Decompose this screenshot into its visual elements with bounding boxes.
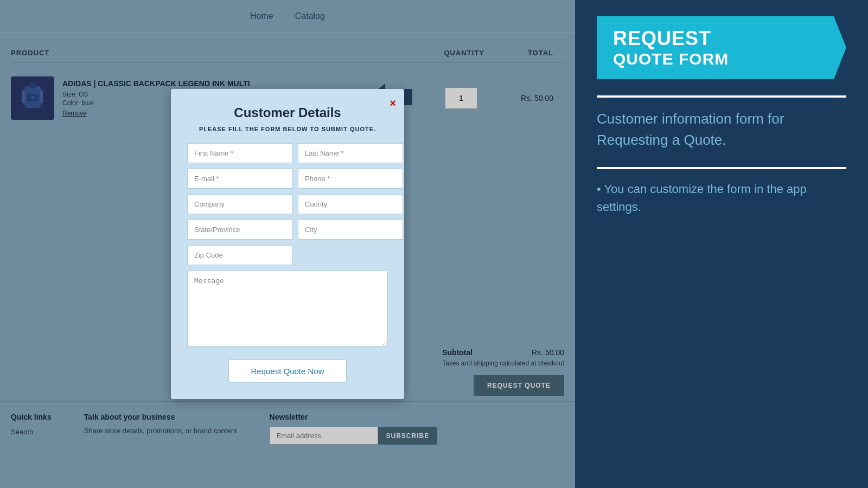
request-banner: REQUEST QUOTE FORM [597,16,846,79]
modal-subtitle: PLEASE FILL THE FORM BELOW TO SUBMIT QUO… [187,126,388,132]
name-row [187,143,388,163]
submit-button[interactable]: Request Quote Now [228,359,346,383]
zip-row [187,245,388,265]
company-county-row [187,194,388,214]
sidebar-divider-2 [597,167,846,169]
email-input[interactable] [187,169,292,189]
sidebar-tip: • You can customize the form in the app … [597,180,846,216]
company-input[interactable] [187,194,292,214]
zip-code-input[interactable] [187,245,292,265]
city-input[interactable] [298,220,403,240]
sidebar-description: Customer information form for Requesting… [597,108,846,151]
modal-title: Customer Details [187,105,388,120]
county-input[interactable] [298,194,403,214]
state-city-row [187,220,388,240]
modal-close-button[interactable]: × [390,97,396,110]
phone-input[interactable] [298,169,403,189]
modal-overlay: × Customer Details PLEASE FILL THE FORM … [0,0,575,488]
banner-line2: QUOTE FORM [613,50,830,68]
banner-line1: REQUEST [613,27,830,50]
contact-row [187,169,388,189]
message-textarea[interactable] [187,271,388,346]
banner-wrap: REQUEST QUOTE FORM [597,16,846,79]
first-name-input[interactable] [187,143,292,163]
right-sidebar: REQUEST QUOTE FORM Customer information … [575,0,868,488]
modal-dialog: × Customer Details PLEASE FILL THE FORM … [171,89,404,399]
sidebar-divider-1 [597,95,846,98]
state-province-input[interactable] [187,220,292,240]
last-name-input[interactable] [298,143,403,163]
